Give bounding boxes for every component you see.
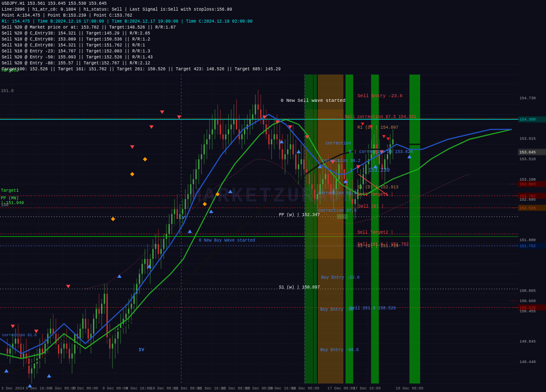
date-18dec8: 18 Dec 08:00 bbox=[396, 386, 424, 391]
fib-100-label: 100 bbox=[1, 203, 9, 208]
date-17dec16: 17 Dec 16:00 bbox=[353, 386, 381, 391]
info-panel: USDJPY.H1 153.561 153.645 153.530 153.64… bbox=[0, 0, 546, 73]
sell-20-market: Sell %20 @ Market price or at: 153.762 |… bbox=[2, 25, 544, 31]
watermark-text: MARKETZURADE bbox=[189, 184, 357, 208]
sell-10-c88a: Sell %10 @ C_Entry88: 153.089 || Target:… bbox=[2, 37, 544, 43]
symbol-price-line: USDJPY.H1 153.561 153.645 153.530 153.64… bbox=[2, 1, 544, 7]
sell-20-entry50: Sell %20 @ Entry -50: 155.093 || Target:… bbox=[2, 55, 544, 61]
sell-20-c38: Sell %20 @ C_Entry38: 154.321 || Target:… bbox=[2, 31, 544, 37]
target1-label: Target1 bbox=[1, 188, 19, 193]
date-9dec16: 9 Dec 16:00 bbox=[126, 386, 151, 391]
sell-10-entry23: Sell %10 @ Entry -23: 154.767 || Target:… bbox=[2, 49, 544, 55]
point-info: Point A:154.475 | Point B:153.239 | Poin… bbox=[2, 13, 544, 19]
date-5dec16: 5 Dec 16:00 bbox=[26, 386, 51, 391]
date-6dec8: 6 Dec 08:00 bbox=[50, 386, 76, 391]
date-16dec8: 16 Dec 08:00 bbox=[292, 386, 319, 391]
date-17dec0: 17 Dec 00:00 bbox=[328, 386, 355, 391]
date-7dec0: 7 Dec 00:00 bbox=[73, 386, 98, 391]
date-9dec0: 9 Dec 00:00 bbox=[102, 386, 128, 391]
date-axis: 3 Dec 2024 5 Dec 16:00 6 Dec 08:00 7 Dec… bbox=[0, 385, 546, 392]
time-info: R1: 154.475 | Time B:2024.12.16 17:00:00… bbox=[2, 19, 544, 25]
fib-1618-label: 161.8 bbox=[1, 89, 14, 93]
chart-container: MARKETZURADE USDJPY.H1 153.561 153.645 1… bbox=[0, 0, 546, 392]
date-3dec: 3 Dec 2024 bbox=[1, 386, 24, 391]
sell-10-c88b: Sell %10 @ C_Entry88: 154.321 || Target:… bbox=[2, 43, 544, 49]
sell-20-entry88: Sell %20 @ Entry -88: 155.57 || Target:1… bbox=[2, 61, 544, 66]
line-info: Line:2896 | h1_atr_c0: 0.1884 | h1_statu… bbox=[2, 7, 544, 13]
targets-line: Target100: 152.526 || Target 161: 151.76… bbox=[2, 66, 544, 72]
